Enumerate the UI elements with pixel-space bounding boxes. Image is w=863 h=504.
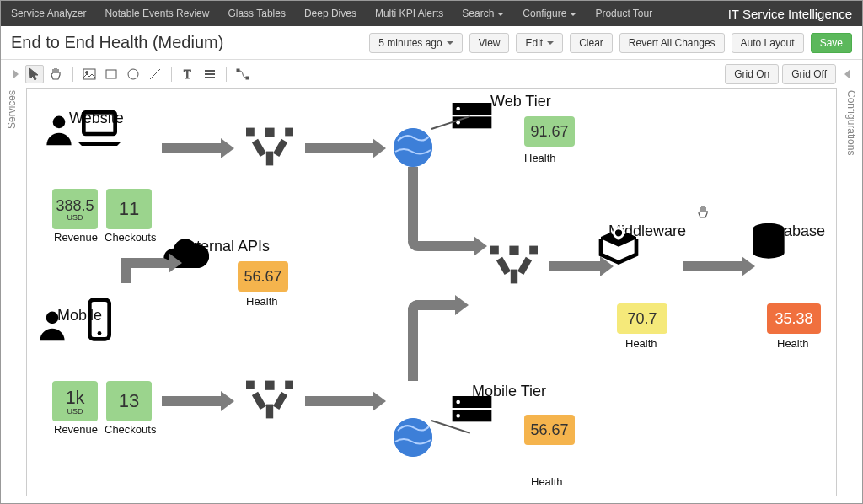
kpi-value: 56.67 [244, 268, 281, 286]
svg-rect-17 [246, 128, 255, 137]
revenue-label: Revenue [54, 231, 98, 244]
ellipse-tool[interactable] [124, 65, 142, 83]
svg-point-1 [86, 71, 88, 73]
nav-deep-dives[interactable]: Deep Dives [304, 8, 356, 19]
external-apis-health-kpi[interactable]: 56.67 [238, 261, 288, 292]
drawing-toolbar: T Grid On Grid Off [1, 60, 862, 88]
globe-icon[interactable] [394, 418, 432, 457]
kpi-value: 13 [119, 390, 139, 412]
svg-rect-10 [246, 77, 249, 79]
connector-tool[interactable] [233, 65, 252, 83]
svg-rect-15 [273, 139, 287, 157]
configurations-side-tab[interactable]: Configurations [844, 85, 859, 160]
kpi-value: 35.38 [775, 310, 812, 328]
pan-tool[interactable] [47, 65, 66, 83]
expand-services-toggle[interactable] [13, 69, 19, 79]
middleware-health-kpi[interactable]: 70.7 [617, 303, 667, 334]
nav-service-analyzer[interactable]: Service Analyzer [11, 8, 86, 19]
health-label: Health [531, 475, 563, 488]
nav-glass-tables[interactable]: Glass Tables [228, 8, 285, 19]
rectangle-tool[interactable] [102, 65, 121, 83]
glass-table-canvas[interactable]: Website 388.5 USD Revenue 11 Checkouts W… [26, 88, 837, 496]
svg-point-26 [98, 331, 102, 335]
mobile-revenue-kpi[interactable]: 1k USD [52, 381, 98, 421]
services-side-tab[interactable]: Services [4, 85, 19, 134]
nav-product-tour[interactable]: Product Tour [595, 8, 652, 19]
app-title: IT Service Intelligence [728, 7, 852, 21]
arrowhead-icon [455, 295, 469, 315]
svg-point-48 [456, 400, 460, 405]
kpi-value: 56.67 [530, 421, 568, 439]
revenue-label: Revenue [54, 423, 98, 436]
svg-rect-2 [106, 70, 116, 78]
arrowhead-icon [169, 253, 182, 273]
nav-notable-events[interactable]: Notable Events Review [105, 8, 209, 19]
svg-rect-30 [265, 381, 274, 390]
pointer-tool[interactable] [25, 65, 44, 83]
kpi-value: 70.7 [627, 310, 657, 328]
connector-elbow [408, 167, 418, 249]
health-label: Health [246, 295, 278, 308]
connector-elbow [408, 241, 458, 251]
database-health-kpi[interactable]: 35.38 [767, 303, 821, 334]
time-range-picker[interactable]: 5 minutes ago [369, 33, 462, 53]
svg-point-24 [46, 312, 59, 324]
view-button[interactable]: View [469, 33, 510, 53]
image-tool[interactable] [80, 65, 99, 83]
svg-rect-32 [285, 381, 293, 389]
website-checkouts-kpi[interactable]: 11 [106, 189, 152, 229]
website-revenue-kpi[interactable]: 388.5 USD [52, 189, 98, 229]
separator-icon [72, 67, 73, 82]
save-button[interactable]: Save [811, 33, 852, 53]
svg-point-22 [456, 107, 460, 111]
grid-on-button[interactable]: Grid On [725, 64, 779, 84]
svg-rect-9 [237, 69, 239, 72]
web-tier-label: Web Tier [490, 93, 551, 110]
globe-icon[interactable] [394, 128, 432, 167]
connector-elbow [408, 300, 418, 381]
svg-rect-0 [83, 69, 95, 79]
revert-button[interactable]: Revert All Changes [619, 33, 725, 53]
line-tool[interactable] [146, 65, 164, 83]
nav-configure[interactable]: Configure [523, 8, 576, 19]
svg-rect-34 [511, 270, 517, 284]
arrow-icon [683, 261, 742, 271]
svg-point-19 [394, 128, 432, 167]
auto-layout-button[interactable]: Auto Layout [732, 33, 804, 53]
arrow-icon [162, 143, 221, 153]
grid-off-button[interactable]: Grid Off [782, 64, 836, 84]
svg-rect-12 [83, 112, 115, 134]
kpi-value: 91.67 [530, 123, 568, 141]
edit-button[interactable]: Edit [516, 33, 563, 53]
svg-rect-37 [509, 246, 518, 255]
nav-multi-kpi[interactable]: Multi KPI Alerts [375, 8, 443, 19]
kpi-value: 11 [119, 198, 139, 220]
arrow-icon [162, 396, 221, 406]
separator-icon [171, 67, 172, 82]
svg-rect-28 [252, 392, 266, 410]
arrow-icon [305, 143, 373, 153]
text-tool[interactable]: T [179, 65, 197, 83]
connector-elbow [121, 258, 172, 268]
list-tool[interactable] [201, 65, 219, 83]
checkouts-label: Checkouts [105, 423, 156, 436]
svg-rect-18 [285, 128, 293, 137]
health-label: Health [524, 152, 556, 164]
clear-button[interactable]: Clear [570, 33, 613, 53]
svg-point-33 [394, 418, 432, 457]
arrow-icon [305, 396, 373, 406]
mobile-checkouts-kpi[interactable]: 13 [106, 381, 152, 421]
mobile-tier-health-kpi[interactable]: 56.67 [524, 415, 575, 445]
top-navbar: Service Analyzer Notable Events Review G… [1, 1, 862, 26]
svg-point-49 [456, 414, 460, 418]
svg-rect-13 [266, 152, 273, 166]
nav-search[interactable]: Search [462, 8, 504, 19]
separator-icon [226, 67, 227, 82]
svg-rect-38 [490, 246, 499, 255]
connector-elbow [408, 300, 458, 310]
kpi-value: 1k [65, 387, 84, 409]
expand-config-toggle[interactable] [844, 69, 850, 79]
page-title: End to End Health (Medium) [11, 33, 223, 52]
web-tier-health-kpi[interactable]: 91.67 [524, 116, 575, 147]
svg-line-4 [150, 69, 160, 79]
